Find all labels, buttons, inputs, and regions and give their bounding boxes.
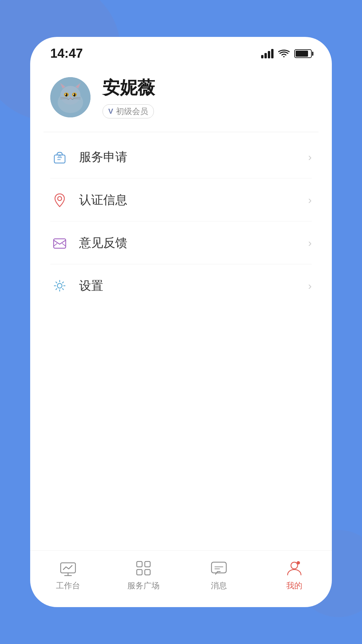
workbench-icon	[59, 559, 77, 578]
svg-line-24	[62, 244, 66, 246]
menu-item-feedback[interactable]: 意见反馈 ›	[30, 221, 332, 264]
auth-info-chevron: ›	[308, 194, 312, 206]
wifi-icon	[278, 49, 290, 58]
svg-rect-22	[54, 239, 66, 248]
svg-rect-32	[145, 570, 150, 575]
menu-item-auth-info[interactable]: 认证信息 ›	[30, 178, 332, 221]
service-plaza-label: 服务广场	[127, 580, 160, 591]
status-icons	[261, 49, 312, 58]
feedback-label: 意见反馈	[79, 235, 308, 251]
feedback-chevron: ›	[308, 237, 312, 249]
menu-item-service-apply[interactable]: 服务申请 ›	[30, 136, 332, 178]
menu-section: 服务申请 › 认证信息 ›	[30, 132, 332, 550]
member-level: 初级会员	[116, 106, 148, 117]
location-icon	[50, 191, 69, 209]
svg-point-12	[73, 94, 74, 95]
avatar[interactable]	[50, 77, 90, 117]
messages-label: 消息	[211, 580, 227, 591]
service-apply-chevron: ›	[308, 151, 312, 163]
svg-point-36	[291, 562, 298, 569]
battery-icon	[294, 49, 312, 58]
auth-info-label: 认证信息	[79, 192, 308, 208]
nav-item-workbench[interactable]: 工作台	[30, 559, 106, 591]
profile-section: 安妮薇 V 初级会员	[30, 66, 332, 132]
nav-item-mine[interactable]: 我的	[256, 559, 332, 591]
svg-point-37	[297, 561, 300, 565]
svg-point-11	[65, 94, 66, 95]
nav-item-service-plaza[interactable]: 服务广场	[106, 559, 181, 591]
member-v-label: V	[108, 107, 113, 116]
svg-point-25	[57, 283, 62, 288]
mine-label: 我的	[286, 580, 302, 591]
svg-rect-30	[145, 561, 150, 567]
svg-point-2	[60, 86, 80, 105]
workbench-label: 工作台	[56, 580, 80, 591]
menu-item-settings[interactable]: 设置 ›	[30, 264, 332, 307]
svg-point-21	[58, 197, 62, 201]
signal-icon	[261, 49, 274, 58]
profile-name: 安妮薇	[103, 76, 155, 100]
hand-icon	[50, 148, 69, 166]
settings-chevron: ›	[308, 280, 312, 292]
member-badge: V 初级会员	[103, 104, 154, 118]
bottom-nav: 工作台 服务广场	[30, 550, 332, 607]
nav-item-messages[interactable]: 消息	[181, 559, 256, 591]
phone-frame: 14:47	[30, 37, 332, 607]
svg-point-10	[73, 93, 75, 97]
status-time: 14:47	[50, 46, 83, 61]
profile-info: 安妮薇 V 初级会员	[103, 76, 155, 118]
service-apply-label: 服务申请	[79, 149, 308, 165]
svg-rect-31	[137, 570, 142, 575]
service-plaza-icon	[134, 559, 153, 578]
mail-icon	[50, 233, 69, 252]
svg-rect-29	[137, 561, 142, 567]
status-bar: 14:47	[30, 37, 332, 66]
svg-line-23	[54, 244, 57, 246]
settings-label: 设置	[79, 278, 308, 294]
svg-point-9	[65, 93, 67, 97]
messages-icon	[209, 559, 228, 578]
gear-icon	[50, 276, 69, 295]
mine-icon	[285, 559, 304, 578]
